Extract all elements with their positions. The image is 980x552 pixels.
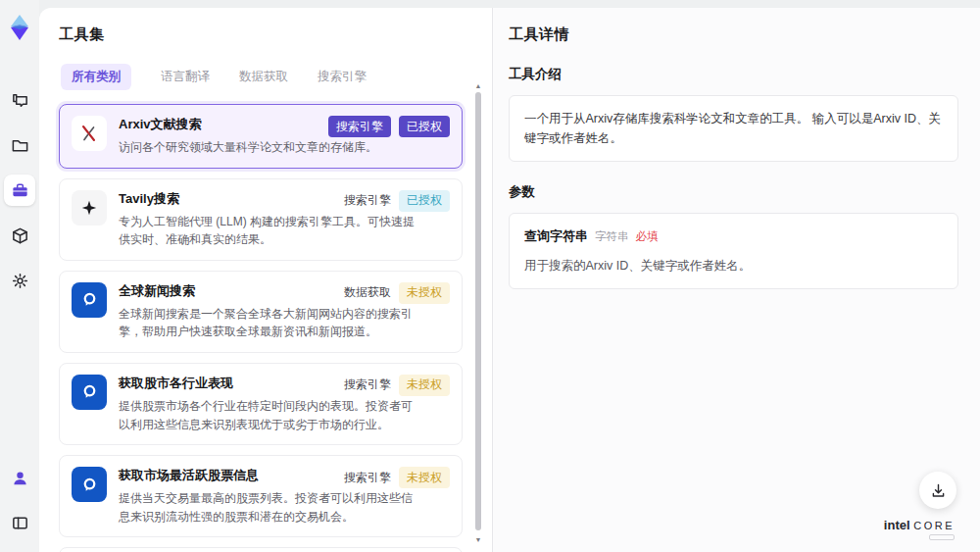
scroll-down-arrow[interactable]: ▼ [474, 536, 482, 544]
folder-icon [11, 136, 29, 155]
sidebar-item-models[interactable] [4, 220, 35, 251]
finance-app-icon [72, 375, 107, 410]
app-logo [6, 14, 33, 41]
download-button[interactable] [919, 472, 956, 509]
chat-icon [11, 91, 29, 110]
tool-list: Arxiv文献搜索 访问各个研究领域大量科学论文和文章的存储库。 搜索引擎 已授… [59, 104, 474, 552]
tool-card-regional-news[interactable]: 万维地区新闻查询 查询具体行政区划内的新闻，快速了解各地新闻动态。 搜索引擎 未… [59, 547, 463, 552]
tab-search-engine[interactable]: 搜索引擎 [318, 64, 367, 90]
tool-description: 专为人工智能代理 (LLM) 构建的搜索引擎工具。可快速提供实时、准确和真实的结… [119, 213, 415, 249]
sidebar-item-files[interactable] [4, 129, 35, 161]
category-label: 搜索引擎 [344, 470, 391, 486]
sidebar-item-settings[interactable] [4, 265, 35, 296]
intel-core-logo: intel CORE [884, 518, 955, 540]
scroll-up-arrow[interactable]: ▲ [474, 82, 482, 90]
param-required-flag: 必填 [636, 227, 659, 245]
tool-description: 访问各个研究领域大量科学论文和文章的存储库。 [119, 138, 377, 157]
tab-translation[interactable]: 语言翻译 [161, 64, 210, 90]
finance-app-icon [72, 467, 107, 502]
tool-description: 提供股票市场各个行业在特定时间段内的表现。投资者可以利用这些信息来识别表现优于或… [119, 397, 415, 433]
nav-rail [0, 0, 39, 552]
arxiv-logo-icon [72, 116, 107, 151]
tool-card-global-news[interactable]: 全球新闻搜索 全球新闻搜索是一个聚合全球各大新闻网站内容的搜索引擎，帮助用户快速… [59, 271, 463, 353]
brand-core-text: CORE [913, 520, 955, 531]
param-name: 查询字符串 [524, 226, 588, 247]
category-label: 搜索引擎 [344, 192, 391, 209]
intro-heading: 工具介绍 [509, 66, 958, 83]
cube-icon [11, 226, 29, 245]
tab-all-categories[interactable]: 所有类别 [61, 64, 131, 90]
parameter-card: 查询字符串 字符串 必填 用于搜索的Arxiv ID、关键字或作者姓名。 [509, 213, 958, 289]
category-label: 数据获取 [344, 284, 391, 301]
tool-description: 提供当天交易量最高的股票列表。投资者可以利用这些信息来识别流动性强的股票和潜在的… [119, 489, 415, 526]
tool-detail-panel: 工具详情 工具介绍 一个用于从Arxiv存储库搜索科学论文和文章的工具。 输入可… [492, 8, 980, 552]
tool-intro-box: 一个用于从Arxiv存储库搜索科学论文和文章的工具。 输入可以是Arxiv ID… [509, 95, 958, 162]
tool-card-sector-performance[interactable]: 获取股市各行业表现 提供股票市场各个行业在特定时间段内的表现。投资者可以利用这些… [59, 363, 463, 445]
panel-toggle-icon [11, 514, 29, 532]
tab-data-fetch[interactable]: 数据获取 [239, 64, 288, 90]
brand-intel-text: intel [884, 518, 910, 532]
tool-card-active-stocks[interactable]: 获取市场最活跃股票信息 提供当天交易量最高的股票列表。投资者可以利用这些信息来识… [59, 455, 463, 537]
user-icon [11, 469, 29, 487]
params-heading: 参数 [509, 183, 958, 201]
sidebar-item-tools[interactable] [4, 175, 35, 206]
brand-chip [929, 534, 955, 540]
auth-status-badge: 未授权 [399, 375, 450, 396]
auth-status-badge: 未授权 [399, 282, 450, 304]
tavily-logo-icon [72, 190, 107, 226]
category-badge: 搜索引擎 [328, 116, 391, 137]
param-type: 字符串 [595, 227, 629, 245]
detail-title: 工具详情 [509, 25, 958, 44]
tool-card-arxiv[interactable]: Arxiv文献搜索 访问各个研究领域大量科学论文和文章的存储库。 搜索引擎 已授… [59, 104, 463, 169]
tool-card-tavily[interactable]: Tavily搜索 专为人工智能代理 (LLM) 构建的搜索引擎工具。可快速提供实… [59, 178, 463, 261]
download-icon [930, 482, 947, 499]
sidebar-item-chat[interactable] [4, 84, 35, 116]
auth-status-badge: 已授权 [399, 190, 450, 212]
category-label: 搜索引擎 [344, 376, 391, 393]
briefcase-icon [11, 181, 29, 200]
news-app-icon [72, 282, 107, 318]
tool-description: 全球新闻搜索是一个聚合全球各大新闻网站内容的搜索引擎，帮助用户快速获取全球最新资… [119, 305, 415, 341]
auth-status-badge: 未授权 [399, 467, 450, 488]
category-tabs: 所有类别 语言翻译 数据获取 搜索引擎 [61, 64, 474, 90]
list-scrollbar[interactable]: ▲ ▼ [474, 80, 482, 552]
tool-list-panel: 工具集 所有类别 语言翻译 数据获取 搜索引擎 Arxiv文献搜索 访问各个研究… [39, 8, 492, 552]
param-description: 用于搜索的Arxiv ID、关键字或作者姓名。 [524, 256, 943, 276]
page-title: 工具集 [59, 25, 474, 44]
user-avatar[interactable] [4, 462, 35, 493]
collapse-panel-button[interactable] [4, 507, 35, 538]
auth-status-badge: 已授权 [399, 116, 450, 137]
gear-icon [11, 272, 29, 290]
scrollbar-thumb[interactable] [475, 92, 481, 530]
